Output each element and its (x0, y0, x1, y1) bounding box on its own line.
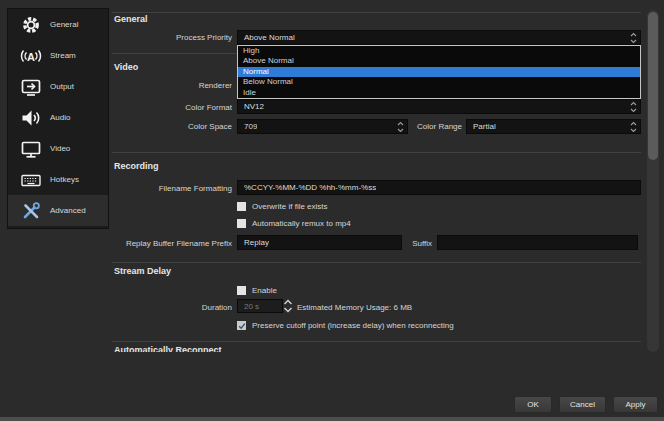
cancel-button[interactable]: Cancel (559, 396, 606, 413)
filename-formatting-value: %CCYY-%MM-%DD %hh-%mm-%ss (238, 183, 376, 192)
process-priority-value: Above Normal (238, 33, 295, 42)
apply-button[interactable]: Apply (613, 396, 658, 413)
speaker-icon (20, 107, 42, 129)
combo-arrows-icon (630, 101, 640, 113)
scrollbar-track[interactable] (647, 10, 659, 352)
video-section-title: Video (114, 62, 138, 72)
preserve-cutoff-checkbox[interactable] (237, 321, 246, 330)
combo-arrows-icon (630, 121, 640, 133)
process-priority-combo[interactable]: Above Normal (237, 30, 641, 45)
remux-checkbox[interactable] (237, 219, 246, 228)
sidebar-item-output[interactable]: Output (8, 71, 108, 102)
filename-formatting-label: Filename Formatting (112, 184, 232, 193)
color-space-label: Color Space (112, 122, 232, 131)
color-format-combo[interactable]: NV12 (237, 99, 641, 114)
sidebar-item-label: Output (50, 82, 74, 91)
process-priority-label: Process Priority (112, 33, 232, 42)
renderer-label: Renderer (112, 81, 232, 90)
general-section-title: General (114, 14, 148, 24)
remux-checkbox-label: Automatically remux to mp4 (252, 219, 351, 228)
section-divider (112, 152, 641, 153)
color-range-value: Partial (467, 122, 496, 131)
ok-button[interactable]: OK (514, 396, 552, 413)
sidebar-item-audio[interactable]: Audio (8, 102, 108, 133)
sidebar-item-label: Hotkeys (50, 175, 79, 184)
sidebar-item-advanced[interactable]: Advanced (8, 195, 108, 226)
sidebar-item-stream[interactable]: A Stream (8, 40, 108, 71)
output-monitor-icon (20, 76, 42, 98)
sidebar-item-label: General (50, 20, 78, 29)
window-bottom-edge (0, 417, 664, 421)
overwrite-checkbox[interactable] (237, 202, 246, 211)
color-format-value: NV12 (238, 102, 264, 111)
color-range-label: Color Range (342, 122, 462, 131)
check-icon (238, 322, 246, 330)
clipped-section: Automatically Reconnect (114, 345, 222, 352)
suffix-input[interactable] (437, 235, 638, 250)
dropdown-option-normal[interactable]: Normal (238, 67, 640, 77)
replay-prefix-value: Replay (238, 238, 269, 247)
duration-label: Duration (112, 303, 232, 312)
stream-delay-enable-checkbox[interactable] (237, 286, 246, 295)
combo-arrows-icon (630, 32, 640, 44)
color-space-value: 709 (238, 122, 257, 131)
scrollbar-thumb[interactable] (648, 12, 658, 160)
svg-text:A: A (27, 50, 35, 62)
process-priority-dropdown: High Above Normal Normal Below Normal Id… (237, 45, 641, 99)
overwrite-checkbox-label: Overwrite if file exists (252, 202, 328, 211)
stream-delay-section-title: Stream Delay (114, 266, 171, 276)
suffix-label: Suffix (352, 239, 432, 248)
dropdown-option-below-normal[interactable]: Below Normal (238, 77, 640, 87)
sidebar-item-general[interactable]: General (8, 9, 108, 40)
sidebar-item-label: Advanced (50, 206, 86, 215)
monitor-icon (20, 138, 42, 160)
duration-spinbox[interactable]: 20 s (237, 299, 283, 313)
dropdown-option-high[interactable]: High (238, 46, 640, 56)
tools-icon (20, 200, 42, 222)
dropdown-option-idle[interactable]: Idle (238, 88, 640, 98)
stream-delay-enable-label: Enable (252, 286, 277, 295)
automatically-reconnect-title: Automatically Reconnect (114, 345, 222, 352)
antenna-icon: A (20, 45, 42, 67)
settings-sidebar: General A Stream Output (7, 8, 109, 229)
sidebar-item-hotkeys[interactable]: Hotkeys (8, 164, 108, 195)
section-divider (112, 341, 641, 342)
color-range-combo[interactable]: Partial (466, 119, 641, 134)
preserve-cutoff-label: Preserve cutoff point (increase delay) w… (252, 321, 454, 330)
dropdown-option-above-normal[interactable]: Above Normal (238, 56, 640, 66)
duration-value: 20 s (238, 302, 259, 311)
recording-section-title: Recording (114, 161, 159, 171)
estimated-memory-text: Estimated Memory Usage: 6 MB (297, 303, 412, 312)
sidebar-item-label: Stream (50, 51, 76, 60)
settings-window: General A Stream Output (0, 0, 664, 421)
color-format-label: Color Format (112, 103, 232, 112)
sidebar-item-video[interactable]: Video (8, 133, 108, 164)
section-divider (112, 262, 641, 263)
keyboard-icon (20, 169, 42, 191)
sidebar-item-label: Video (50, 144, 70, 153)
duration-spinner-arrows-icon[interactable] (283, 299, 293, 313)
filename-formatting-input[interactable]: %CCYY-%MM-%DD %hh-%mm-%ss (237, 180, 641, 195)
section-divider (112, 12, 641, 13)
gear-icon (20, 14, 42, 36)
sidebar-item-label: Audio (50, 113, 70, 122)
replay-prefix-label: Replay Buffer Filename Prefix (104, 239, 232, 248)
